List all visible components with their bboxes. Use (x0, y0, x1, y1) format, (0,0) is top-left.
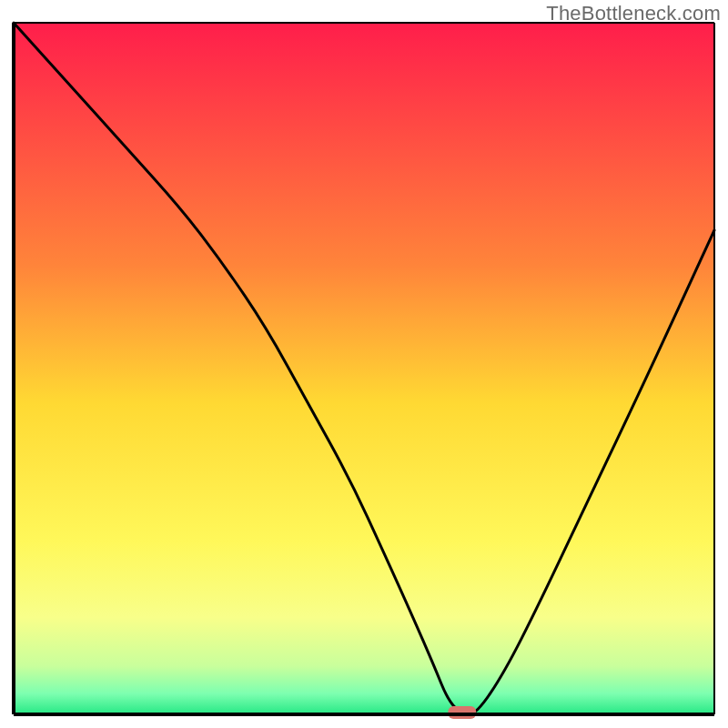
bottleneck-plot (0, 0, 728, 728)
chart-canvas: TheBottleneck.com (0, 0, 728, 728)
plot-background (14, 23, 714, 714)
